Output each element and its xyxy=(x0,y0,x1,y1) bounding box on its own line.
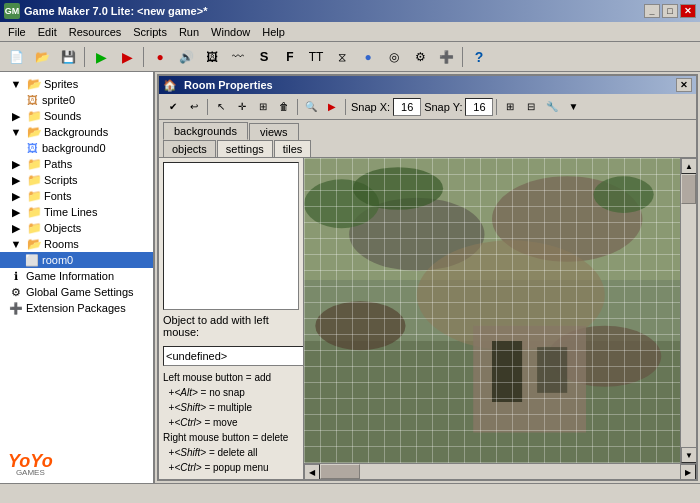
rp-grid-toggle[interactable]: ⊞ xyxy=(500,97,520,117)
menu-edit[interactable]: Edit xyxy=(32,24,63,40)
tab-backgrounds[interactable]: backgrounds xyxy=(163,122,248,140)
app-icon: GM xyxy=(4,3,20,19)
scripts-folder-icon xyxy=(26,173,42,187)
expand-fonts-icon: ▶ xyxy=(8,189,24,203)
new-button[interactable]: 📄 xyxy=(4,45,28,69)
menu-bar: File Edit Resources Scripts Run Window H… xyxy=(0,22,700,42)
open-button[interactable]: 📂 xyxy=(30,45,54,69)
bg0-icon: 🖼 xyxy=(24,141,40,155)
rp-clear-btn[interactable]: 🗑 xyxy=(274,97,294,117)
bg-button[interactable]: 🖼 xyxy=(200,45,224,69)
subtab-tiles[interactable]: tiles xyxy=(274,140,312,157)
menu-window[interactable]: Window xyxy=(205,24,256,40)
rp-move-btn[interactable]: ✛ xyxy=(232,97,252,117)
scroll-h-track[interactable] xyxy=(320,464,680,479)
menu-help[interactable]: Help xyxy=(256,24,291,40)
room-canvas[interactable] xyxy=(304,158,680,463)
rp-grid-settings[interactable]: ⊟ xyxy=(521,97,541,117)
object-button[interactable]: ⧖ xyxy=(330,45,354,69)
object-name-input[interactable] xyxy=(163,346,304,366)
minimize-button[interactable]: _ xyxy=(644,4,660,18)
tree-item-room0[interactable]: ⬜ room0 xyxy=(0,252,153,268)
scroll-v-thumb[interactable] xyxy=(681,174,696,204)
tree-item-paths[interactable]: ▶ Paths xyxy=(0,156,153,172)
snap-y-label: Snap Y: xyxy=(424,101,462,113)
sprite-button[interactable]: ● xyxy=(148,45,172,69)
menu-run[interactable]: Run xyxy=(173,24,205,40)
room-button[interactable]: ● xyxy=(356,45,380,69)
rp-ok-btn[interactable]: ✔ xyxy=(163,97,183,117)
resource-tree: ▼ Sprites 🖼 sprite0 ▶ Sounds ▼ Backgroun… xyxy=(0,72,155,483)
gameinfo-button[interactable]: ◎ xyxy=(382,45,406,69)
expand-paths-icon: ▶ xyxy=(8,157,24,171)
font-button[interactable]: F xyxy=(278,45,302,69)
script-button[interactable]: S xyxy=(252,45,276,69)
rp-play-btn[interactable]: ▶ xyxy=(322,97,342,117)
path-button[interactable]: 〰 xyxy=(226,45,250,69)
svg-point-12 xyxy=(353,167,443,210)
subtab-objects[interactable]: objects xyxy=(163,140,216,157)
tree-item-fonts[interactable]: ▶ Fonts xyxy=(0,188,153,204)
scroll-up-button[interactable]: ▲ xyxy=(681,158,696,174)
tree-item-sounds[interactable]: ▶ Sounds xyxy=(0,108,153,124)
snap-x-label: Snap X: xyxy=(351,101,390,113)
gamesettings-button[interactable]: ⚙ xyxy=(408,45,432,69)
room-background xyxy=(304,158,680,463)
room-props-close[interactable]: ✕ xyxy=(676,78,692,92)
rp-zoom-btn[interactable]: 🔍 xyxy=(301,97,321,117)
scroll-v-track[interactable] xyxy=(681,174,696,447)
rp-undo-btn[interactable]: ↩ xyxy=(184,97,204,117)
objects-folder-icon xyxy=(26,221,42,235)
close-button[interactable]: ✕ xyxy=(680,4,696,18)
room-properties-panel: 🏠 Room Properties ✕ ✔ ↩ ↖ ✛ ⊞ 🗑 🔍 ▶ xyxy=(157,74,698,481)
run-button[interactable]: ▶ xyxy=(89,45,113,69)
menu-scripts[interactable]: Scripts xyxy=(127,24,173,40)
sound-button[interactable]: 🔊 xyxy=(174,45,198,69)
tree-item-gamesettings[interactable]: ⚙ Global Game Settings xyxy=(0,284,153,300)
rp-dropdown-btn[interactable]: ▼ xyxy=(563,97,583,117)
scroll-down-button[interactable]: ▼ xyxy=(681,447,696,463)
window-title: Game Maker 7.0 Lite: <new game>* xyxy=(24,5,207,17)
objects-panel: Object to add with left mouse: 🔍 Left mo… xyxy=(159,158,304,479)
tree-item-timelines[interactable]: ▶ Time Lines xyxy=(0,204,153,220)
tree-item-gameinfo[interactable]: ℹ Game Information xyxy=(0,268,153,284)
save-button[interactable]: 💾 xyxy=(56,45,80,69)
ext-button[interactable]: ➕ xyxy=(434,45,458,69)
tab-views[interactable]: views xyxy=(249,123,299,140)
rp-grid-btn[interactable]: ⊞ xyxy=(253,97,273,117)
menu-file[interactable]: File xyxy=(2,24,32,40)
scroll-right-button[interactable]: ▶ xyxy=(680,464,696,479)
horizontal-scrollbar[interactable]: ◀ ▶ xyxy=(304,463,696,479)
tree-item-sprites[interactable]: ▼ Sprites xyxy=(0,76,153,92)
tree-item-backgrounds[interactable]: ▼ Backgrounds xyxy=(0,124,153,140)
expand-sounds-icon: ▶ xyxy=(8,109,24,123)
objects-list[interactable] xyxy=(163,162,299,310)
expand-tl-icon: ▶ xyxy=(8,205,24,219)
svg-rect-10 xyxy=(537,347,567,393)
settings-gear-icon: ⚙ xyxy=(8,285,24,299)
svg-rect-9 xyxy=(492,341,522,402)
yoyo-logo: YoYo GAMES xyxy=(8,451,53,477)
rp-wrench-btn[interactable]: 🔧 xyxy=(542,97,562,117)
rp-arrow-btn[interactable]: ↖ xyxy=(211,97,231,117)
timeline-button[interactable]: TT xyxy=(304,45,328,69)
snap-x-input[interactable] xyxy=(393,98,421,116)
scroll-h-thumb[interactable] xyxy=(320,464,360,479)
main-toolbar: 📄 📂 💾 ▶ ▶ ● 🔊 🖼 〰 S F TT ⧖ ● ◎ ⚙ ➕ ? xyxy=(0,42,700,72)
tree-item-extensions[interactable]: ➕ Extension Packages xyxy=(0,300,153,316)
maximize-button[interactable]: □ xyxy=(662,4,678,18)
snap-y-input[interactable] xyxy=(465,98,493,116)
menu-resources[interactable]: Resources xyxy=(63,24,128,40)
tree-item-objects[interactable]: ▶ Objects xyxy=(0,220,153,236)
svg-point-13 xyxy=(594,176,654,213)
tree-item-scripts[interactable]: ▶ Scripts xyxy=(0,172,153,188)
help-button[interactable]: ? xyxy=(467,45,491,69)
scroll-left-button[interactable]: ◀ xyxy=(304,464,320,479)
debug-button[interactable]: ▶ xyxy=(115,45,139,69)
tree-item-sprite0[interactable]: 🖼 sprite0 xyxy=(0,92,153,108)
room-props-titlebar: 🏠 Room Properties ✕ xyxy=(159,76,696,94)
tree-item-rooms[interactable]: ▼ Rooms xyxy=(0,236,153,252)
vertical-scrollbar[interactable]: ▲ ▼ xyxy=(680,158,696,463)
subtab-settings[interactable]: settings xyxy=(217,140,273,157)
tree-item-background0[interactable]: 🖼 background0 xyxy=(0,140,153,156)
